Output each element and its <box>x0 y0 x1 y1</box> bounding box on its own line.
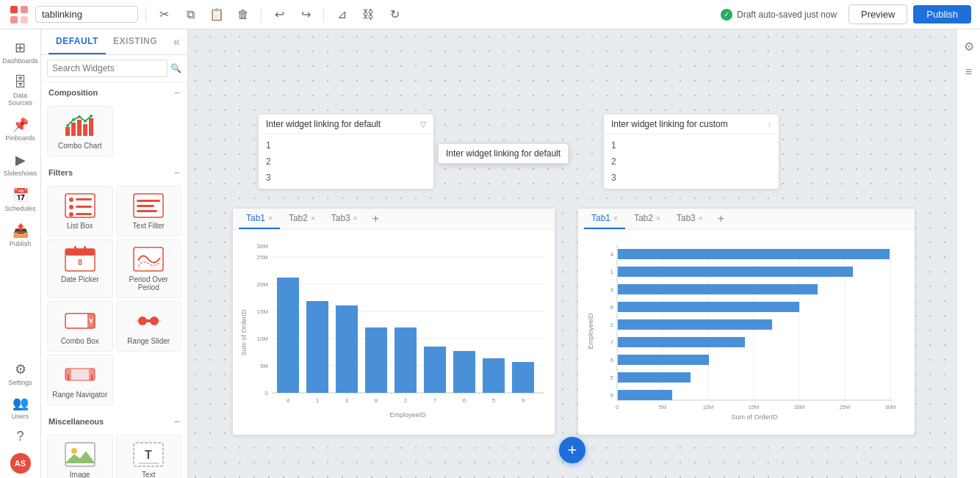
dropdown-right-item-3[interactable]: 3 <box>604 170 779 186</box>
tab-right-add-button[interactable]: + <box>712 209 730 228</box>
sidebar-item-dashboards[interactable]: ⊞ Dashboards <box>0 35 40 69</box>
section-composition-collapse[interactable]: − <box>174 87 180 98</box>
tab-right-tab2[interactable]: Tab2 × <box>627 209 668 229</box>
image-icon <box>64 441 96 468</box>
sidebar-item-avatar[interactable]: AS <box>5 449 35 478</box>
tab-widget-right: Tab1 × Tab2 × Tab3 × + EmployeeID <box>577 208 915 435</box>
svg-text:20M: 20M <box>256 281 268 288</box>
sidebar-item-pinboards[interactable]: 📌 Pinboards <box>0 112 40 146</box>
section-misc-collapse[interactable]: − <box>174 416 180 427</box>
svg-text:T: T <box>145 449 152 461</box>
tab-right-tab3[interactable]: Tab3 × <box>669 209 710 229</box>
list-box-label: List Box <box>67 222 93 230</box>
widget-item-text-filter[interactable]: Text Filter <box>116 186 182 236</box>
right-panel-filter-icon[interactable]: ≡ <box>961 61 976 83</box>
canvas-area[interactable]: Inter widget linking for default ▽ 1 2 3… <box>188 29 956 478</box>
sidebar-item-slideshows[interactable]: ▶ Slideshows <box>0 148 40 181</box>
sidebar-item-data-sources[interactable]: 🗄 Data Sources <box>0 70 40 111</box>
paste-button[interactable]: 📋 <box>206 4 227 25</box>
slideshows-icon: ▶ <box>15 152 26 168</box>
svg-rect-64 <box>336 305 358 393</box>
svg-point-9 <box>66 124 69 127</box>
widget-item-period-over-period[interactable]: Period Over Period <box>116 239 182 298</box>
tab-widget-left: Tab1 × Tab2 × Tab3 × + Sum of OrderID <box>232 208 555 435</box>
tab-left-tab3-close[interactable]: × <box>353 214 358 222</box>
dropdown-right-list: 1 2 3 <box>604 134 779 189</box>
tab-right-tab3-close[interactable]: × <box>699 214 703 222</box>
right-chart-container: EmployeeID 4 1 3 8 2 7 6 5 9 <box>578 230 915 428</box>
svg-text:0: 0 <box>265 390 269 396</box>
svg-text:2: 2 <box>610 322 614 328</box>
dropdown-widget-right[interactable]: Inter widget linking for custom ↕ 1 2 3 <box>603 114 779 189</box>
section-filters-collapse[interactable]: − <box>174 167 180 178</box>
topbar-divider-3 <box>323 7 324 22</box>
widget-panel: DEFAULT EXISTING « 🔍 Composition − <box>41 29 188 478</box>
dropdown-widget-left[interactable]: Inter widget linking for default ▽ 1 2 3 <box>258 114 434 189</box>
add-widget-button[interactable]: + <box>559 437 586 463</box>
dropdown-left-item-1[interactable]: 1 <box>259 137 433 153</box>
search-icon: 🔍 <box>170 63 181 73</box>
tab-right-tab2-close[interactable]: × <box>656 214 660 222</box>
undo-button[interactable]: ↩ <box>269 4 289 25</box>
svg-rect-63 <box>306 301 328 393</box>
filter-button[interactable]: ⊿ <box>331 4 352 25</box>
svg-rect-1 <box>21 6 28 13</box>
tab-right-tab1[interactable]: Tab1 × <box>584 209 625 229</box>
dropdown-right-title: Inter widget linking for custom <box>611 119 728 129</box>
link-button[interactable]: ⛓ <box>358 4 378 25</box>
sidebar-item-publish[interactable]: 📤 Publish <box>0 218 40 252</box>
preview-button[interactable]: Preview <box>849 4 907 24</box>
delete-button[interactable]: 🗑 <box>233 4 253 25</box>
widget-item-list-box[interactable]: List Box <box>47 186 113 236</box>
svg-rect-0 <box>10 6 18 13</box>
widget-item-text[interactable]: T Text <box>116 435 182 478</box>
svg-rect-68 <box>453 351 475 393</box>
sidebar-item-settings[interactable]: ⚙ Settings <box>5 357 35 391</box>
dropdown-left-item-3[interactable]: 3 <box>259 170 433 186</box>
app-name-input[interactable] <box>35 6 138 23</box>
svg-text:5M: 5M <box>260 363 268 369</box>
widget-item-combo-chart[interactable]: Combo Chart <box>47 106 113 156</box>
sidebar-item-schedules[interactable]: 📅 Schedules <box>0 183 40 217</box>
right-panel-settings-icon[interactable]: ⚙ <box>959 35 979 58</box>
cut-button[interactable]: ✂ <box>154 4 174 25</box>
search-input[interactable] <box>47 59 167 77</box>
right-bar-chart: EmployeeID 4 1 3 8 2 7 6 5 9 <box>584 237 907 424</box>
tab-right-tab1-close[interactable]: × <box>613 214 618 222</box>
widget-item-range-slider[interactable]: Range Slider <box>116 301 182 352</box>
svg-rect-101 <box>618 284 818 294</box>
publish-button[interactable]: Publish <box>913 5 971 23</box>
dropdown-left-filter-icon: ▽ <box>420 120 426 129</box>
widget-item-image[interactable]: Image <box>47 435 113 478</box>
dropdown-right-item-1[interactable]: 1 <box>604 137 779 153</box>
tab-existing[interactable]: EXISTING <box>106 29 165 54</box>
sidebar-item-users[interactable]: 👥 Users <box>5 391 35 424</box>
svg-text:4: 4 <box>287 397 290 404</box>
collapse-panel-button[interactable]: « <box>173 29 180 54</box>
combo-chart-icon <box>62 112 98 139</box>
dashboards-icon: ⊞ <box>15 40 26 56</box>
dropdown-left-item-2[interactable]: 2 <box>259 153 433 170</box>
copy-button[interactable]: ⧉ <box>180 4 201 25</box>
section-composition-label: Composition <box>48 88 98 97</box>
sidebar-item-help[interactable]: ? <box>5 424 35 449</box>
tab-left-tab2[interactable]: Tab2 × <box>281 209 323 229</box>
svg-text:15M: 15M <box>256 308 268 315</box>
tab-left-tab1[interactable]: Tab1 × <box>239 209 280 229</box>
tab-left-tab3[interactable]: Tab3 × <box>324 209 365 229</box>
tab-default[interactable]: DEFAULT <box>48 29 106 54</box>
tab-left-tab2-close[interactable]: × <box>311 214 315 222</box>
tab-left-tab1-close[interactable]: × <box>268 214 273 222</box>
redo-button[interactable]: ↪ <box>295 4 316 25</box>
dropdown-left-list: 1 2 3 <box>259 134 433 189</box>
widget-item-date-picker[interactable]: 8 Date Picker <box>47 239 113 298</box>
dropdown-right-item-2[interactable]: 2 <box>604 153 779 170</box>
svg-rect-27 <box>74 246 76 252</box>
widget-item-combo-box[interactable]: Combo Box <box>47 301 113 352</box>
tab-left-add-button[interactable]: + <box>367 209 385 228</box>
dropdown-right-header: Inter widget linking for custom ↕ <box>604 115 779 134</box>
refresh-button[interactable]: ↻ <box>384 4 405 25</box>
range-slider-label: Range Slider <box>127 337 170 345</box>
widget-item-range-navigator[interactable]: Range Navigator <box>47 355 113 405</box>
tab-right-tab2-label: Tab2 <box>634 213 653 223</box>
